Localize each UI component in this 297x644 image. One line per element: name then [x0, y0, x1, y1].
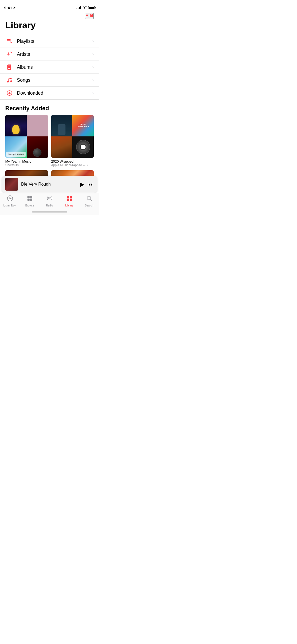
artists-icon — [5, 51, 14, 57]
chevron-icon: › — [92, 78, 94, 82]
svg-rect-20 — [27, 196, 30, 198]
svg-marker-3 — [11, 41, 12, 43]
artwork-cell-3: Disney CLASSICS — [5, 136, 27, 158]
recently-added-title: Recently Added — [0, 100, 99, 115]
library-list: Playlists › Artists › — [0, 35, 99, 100]
radio-tab-icon — [46, 195, 53, 203]
svg-rect-26 — [67, 199, 69, 201]
downloaded-icon — [5, 90, 14, 96]
songs-icon — [5, 77, 14, 83]
tab-library[interactable]: Library — [59, 195, 79, 207]
play-button[interactable]: ▶ — [80, 181, 84, 187]
library-item-albums[interactable]: Albums › — [0, 61, 99, 74]
library-item-artists[interactable]: Artists › — [0, 48, 99, 61]
svg-rect-24 — [67, 196, 69, 198]
playlists-icon — [5, 38, 14, 44]
artwork-cell-2 — [27, 115, 48, 136]
album-title: 2020 Wrapped — [51, 159, 94, 163]
svg-rect-0 — [7, 39, 11, 40]
tab-listen-now[interactable]: Listen Now — [0, 195, 20, 207]
artwork-cell-4 — [72, 136, 94, 158]
battery-icon — [88, 6, 95, 9]
chevron-icon: › — [92, 91, 94, 95]
playlists-label: Playlists — [17, 39, 92, 44]
svg-rect-25 — [70, 196, 72, 198]
album-subtitle: Shortcuts — [5, 163, 48, 167]
mini-player-controls: ▶ ⏭ — [80, 181, 94, 187]
albums-grid: Disney CLASSICS My Year in Music Shortcu… — [0, 115, 99, 167]
radio-label: Radio — [46, 204, 53, 207]
wifi-icon — [82, 6, 87, 10]
album-title: My Year in Music — [5, 159, 48, 163]
svg-line-9 — [8, 55, 9, 56]
artwork-cell-3 — [51, 136, 73, 158]
svg-rect-2 — [7, 42, 9, 42]
vinyl-disc — [77, 140, 90, 154]
svg-point-14 — [7, 81, 9, 82]
artwork-cell-4 — [27, 136, 48, 158]
album-artwork-my-year-in-music: Disney CLASSICS — [5, 115, 48, 158]
signal-bars-icon — [77, 6, 81, 9]
mini-player-artwork — [5, 178, 18, 191]
songs-label: Songs — [17, 77, 92, 83]
svg-point-4 — [8, 52, 9, 53]
artists-label: Artists — [17, 52, 92, 57]
artwork-cell-1 — [5, 115, 27, 136]
status-bar: 9:41 ➤ — [0, 0, 99, 12]
svg-rect-27 — [70, 199, 72, 201]
play-tab-icon — [7, 195, 13, 203]
album-card-2020-wrapped[interactable]: GUILTYCONSCIENCE 2020 Wrapped Apple Musi… — [51, 115, 94, 167]
library-item-downloaded[interactable]: Downloaded › — [0, 87, 99, 100]
albums-label: Albums — [17, 65, 92, 70]
browse-label: Browse — [25, 204, 34, 207]
svg-point-28 — [87, 196, 91, 200]
chevron-icon: › — [92, 52, 94, 57]
artwork-cell-2: GUILTYCONSCIENCE — [72, 115, 94, 136]
edit-button[interactable]: Edit — [85, 13, 94, 19]
album-card-my-year-in-music[interactable]: Disney CLASSICS My Year in Music Shortcu… — [5, 115, 48, 167]
header: Edit — [0, 12, 99, 19]
artwork-cell-1 — [51, 115, 73, 136]
library-label: Library — [65, 204, 73, 207]
mini-player-title: Die Very Rough — [21, 182, 77, 187]
album-artwork-2020-wrapped: GUILTYCONSCIENCE — [51, 115, 94, 158]
library-tab-icon — [66, 195, 73, 203]
status-time: 9:41 ➤ — [4, 6, 16, 10]
album-subtitle: Apple Music Wrapped – S... — [51, 163, 94, 167]
browse-tab-icon — [27, 195, 33, 203]
page-title: Library — [0, 19, 99, 35]
search-label: Search — [85, 204, 93, 207]
svg-rect-23 — [30, 199, 32, 201]
svg-point-15 — [10, 80, 12, 82]
albums-icon — [5, 64, 14, 70]
status-icons — [77, 6, 95, 10]
fast-forward-button[interactable]: ⏭ — [88, 181, 94, 187]
tab-radio[interactable]: Radio — [40, 195, 59, 207]
tab-search[interactable]: Search — [79, 195, 99, 207]
listen-now-label: Listen Now — [3, 204, 16, 207]
location-icon: ➤ — [13, 6, 16, 10]
svg-rect-1 — [7, 40, 11, 41]
chevron-icon: › — [92, 39, 94, 44]
home-indicator — [32, 211, 67, 213]
library-item-songs[interactable]: Songs › — [0, 74, 99, 87]
search-tab-icon — [86, 195, 92, 203]
library-item-playlists[interactable]: Playlists › — [0, 35, 99, 48]
svg-line-29 — [90, 200, 92, 201]
svg-rect-21 — [30, 196, 32, 198]
chevron-icon: › — [92, 65, 94, 70]
downloaded-label: Downloaded — [17, 90, 92, 96]
svg-marker-19 — [10, 197, 12, 199]
mini-player[interactable]: Die Very Rough ▶ ⏭ — [2, 176, 97, 193]
tab-browse[interactable]: Browse — [20, 195, 40, 207]
svg-rect-22 — [27, 199, 30, 201]
